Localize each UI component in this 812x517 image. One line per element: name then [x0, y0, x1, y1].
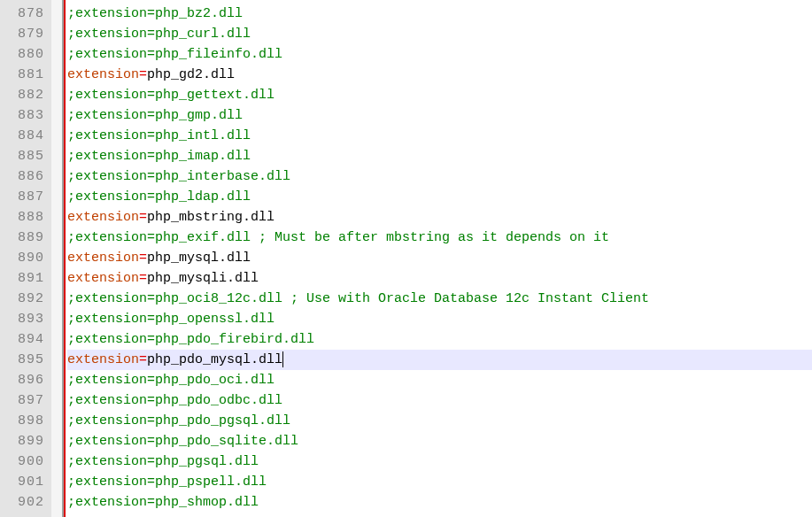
code-line[interactable]: ;extension=php_ldap.dll — [67, 187, 812, 207]
fold-margin — [51, 0, 64, 517]
ini-value: php_mysql.dll — [147, 251, 251, 266]
comment-text: ;extension=php_pdo_oci.dll — [67, 373, 275, 388]
ini-value: php_pdo_mysql.dll — [147, 352, 282, 367]
code-line[interactable]: ;extension=php_pdo_pgsql.dll — [67, 411, 812, 431]
code-line[interactable]: ;extension=php_gettext.dll — [67, 85, 812, 105]
ini-value: php_mysqli.dll — [147, 271, 259, 286]
ini-key: extension — [67, 210, 139, 225]
code-line[interactable]: extension=php_gd2.dll — [67, 65, 812, 85]
line-number: 879 — [0, 24, 44, 44]
line-number: 889 — [0, 228, 44, 248]
code-line[interactable]: ;extension=php_shmop.dll — [67, 492, 812, 513]
code-line[interactable]: extension=php_mysql.dll — [67, 248, 812, 268]
code-line[interactable]: ;extension=php_interbase.dll — [67, 166, 812, 187]
comment-text: ;extension=php_pdo_sqlite.dll — [67, 434, 298, 449]
line-number: 901 — [0, 472, 44, 492]
line-number: 899 — [0, 431, 44, 451]
code-line[interactable]: ;extension=php_pdo_firebird.dll — [67, 329, 812, 350]
comment-text: ;extension=php_ldap.dll — [67, 189, 251, 204]
line-number: 883 — [0, 105, 44, 126]
code-line[interactable]: ;extension=php_oci8_12c.dll ; Use with O… — [67, 289, 812, 309]
comment-text: ;extension=php_bz2.dll — [67, 6, 243, 21]
line-number: 882 — [0, 85, 44, 105]
text-caret — [282, 351, 283, 367]
code-line[interactable]: ;extension=php_pspell.dll — [67, 472, 812, 492]
ini-key: extension — [67, 251, 139, 266]
line-number: 900 — [0, 451, 44, 472]
line-number: 888 — [0, 207, 44, 228]
comment-text: ;extension=php_intl.dll — [67, 128, 251, 143]
line-number: 885 — [0, 146, 44, 166]
comment-text: ;extension=php_pgsql.dll — [67, 454, 259, 469]
code-line[interactable]: ;extension=php_fileinfo.dll — [67, 44, 812, 65]
code-line[interactable]: ;extension=php_pgsql.dll — [67, 451, 812, 472]
ini-key: extension — [67, 271, 139, 286]
code-line[interactable]: ;extension=php_pdo_oci.dll — [67, 370, 812, 390]
line-number: 884 — [0, 126, 44, 146]
ini-key: extension — [67, 352, 139, 367]
line-number: 896 — [0, 370, 44, 390]
line-number: 893 — [0, 309, 44, 329]
code-line[interactable]: extension=php_pdo_mysql.dll — [67, 350, 812, 370]
comment-text: ;extension=php_pdo_pgsql.dll — [67, 413, 290, 428]
equals-sign: = — [139, 210, 147, 225]
code-line[interactable]: ;extension=php_pdo_odbc.dll — [67, 390, 812, 411]
line-number: 897 — [0, 390, 44, 411]
comment-text: ;extension=php_pspell.dll — [67, 475, 267, 490]
line-number-gutter: 8788798808818828838848858868878888898908… — [0, 0, 51, 517]
comment-text: ;extension=php_exif.dll ; Must be after … — [67, 230, 609, 245]
equals-sign: = — [139, 67, 147, 82]
equals-sign: = — [139, 352, 147, 367]
comment-text: ;extension=php_interbase.dll — [67, 169, 290, 184]
comment-text: ;extension=php_fileinfo.dll — [67, 47, 282, 62]
line-number: 895 — [0, 350, 44, 370]
ini-value: php_mbstring.dll — [147, 210, 275, 225]
comment-text: ;extension=php_pdo_firebird.dll — [67, 332, 314, 347]
comment-text: ;extension=php_openssl.dll — [67, 312, 275, 327]
line-number: 891 — [0, 268, 44, 289]
line-number: 880 — [0, 44, 44, 65]
code-line[interactable]: ;extension=php_curl.dll — [67, 24, 812, 44]
code-editor[interactable]: 8788798808818828838848858868878888898908… — [0, 0, 812, 517]
comment-text: ;extension=php_gettext.dll — [67, 88, 275, 103]
code-line[interactable]: extension=php_mysqli.dll — [67, 268, 812, 289]
line-number: 887 — [0, 187, 44, 207]
equals-sign: = — [139, 271, 147, 286]
code-line[interactable]: ;extension=php_bz2.dll — [67, 4, 812, 24]
line-number: 902 — [0, 492, 44, 513]
equals-sign: = — [139, 251, 147, 266]
code-area[interactable]: ;extension=php_bz2.dll;extension=php_cur… — [66, 0, 812, 517]
line-number: 898 — [0, 411, 44, 431]
comment-text: ;extension=php_curl.dll — [67, 27, 251, 42]
code-line[interactable]: ;extension=php_pdo_sqlite.dll — [67, 431, 812, 451]
line-number: 881 — [0, 65, 44, 85]
code-line[interactable]: ;extension=php_intl.dll — [67, 126, 812, 146]
line-number: 890 — [0, 248, 44, 268]
line-number: 892 — [0, 289, 44, 309]
code-line[interactable]: ;extension=php_exif.dll ; Must be after … — [67, 228, 812, 248]
code-line[interactable]: ;extension=php_gmp.dll — [67, 105, 812, 126]
comment-text: ;extension=php_pdo_odbc.dll — [67, 393, 282, 408]
ini-key: extension — [67, 67, 139, 82]
comment-text: ;extension=php_oci8_12c.dll ; Use with O… — [67, 291, 649, 306]
line-number: 894 — [0, 329, 44, 350]
comment-text: ;extension=php_imap.dll — [67, 149, 251, 164]
ini-value: php_gd2.dll — [147, 67, 235, 82]
comment-text: ;extension=php_shmop.dll — [67, 495, 259, 510]
line-number: 878 — [0, 4, 44, 24]
comment-text: ;extension=php_gmp.dll — [67, 108, 243, 123]
code-line[interactable]: extension=php_mbstring.dll — [67, 207, 812, 228]
code-line[interactable]: ;extension=php_openssl.dll — [67, 309, 812, 329]
code-line[interactable]: ;extension=php_imap.dll — [67, 146, 812, 166]
line-number: 886 — [0, 166, 44, 187]
